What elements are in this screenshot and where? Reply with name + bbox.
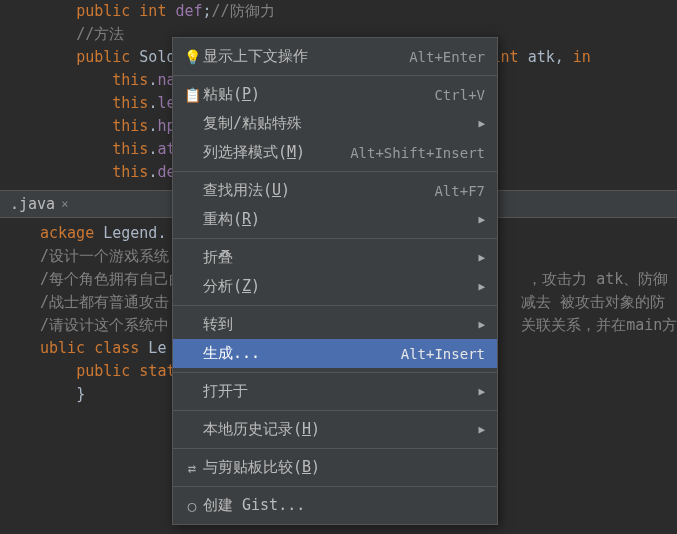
menu-separator [173,448,497,449]
menu-separator [173,410,497,411]
menu-shortcut: Ctrl+V [434,87,485,103]
menu-label: 粘贴(P) [203,85,434,104]
menu-label: 显示上下文操作 [203,47,409,66]
code-line[interactable]: public int def;//防御力 [0,0,677,23]
chevron-right-icon: ▶ [478,117,485,130]
menu-label: 列选择模式(M) [203,143,350,162]
menu-separator [173,305,497,306]
tab-label: .java [10,195,55,213]
menu-label: 转到 [203,315,472,334]
📋-icon: 📋 [181,87,203,103]
menu-shortcut: Alt+Insert [401,346,485,362]
menu-label: 查找用法(U) [203,181,434,200]
chevron-right-icon: ▶ [478,423,485,436]
menu-item[interactable]: 打开于▶ [173,377,497,406]
menu-separator [173,238,497,239]
menu-item[interactable]: 分析(Z)▶ [173,272,497,301]
file-tab[interactable]: .java × [0,195,78,213]
chevron-right-icon: ▶ [478,213,485,226]
menu-item[interactable]: 列选择模式(M)Alt+Shift+Insert [173,138,497,167]
menu-label: 打开于 [203,382,472,401]
menu-separator [173,75,497,76]
menu-label: 复制/粘贴特殊 [203,114,472,133]
menu-separator [173,171,497,172]
menu-label: 折叠 [203,248,472,267]
menu-label: 与剪贴板比较(B) [203,458,485,477]
context-menu: 💡显示上下文操作Alt+Enter📋粘贴(P)Ctrl+V复制/粘贴特殊▶列选择… [172,37,498,525]
menu-shortcut: Alt+Shift+Insert [350,145,485,161]
chevron-right-icon: ▶ [478,280,485,293]
menu-label: 本地历史记录(H) [203,420,472,439]
⇄-icon: ⇄ [181,460,203,476]
menu-item[interactable]: 查找用法(U)Alt+F7 [173,176,497,205]
menu-item[interactable]: ⇄与剪贴板比较(B) [173,453,497,482]
menu-item[interactable]: 复制/粘贴特殊▶ [173,109,497,138]
menu-separator [173,486,497,487]
chevron-right-icon: ▶ [478,251,485,264]
menu-label: 生成... [203,344,401,363]
menu-item[interactable]: 折叠▶ [173,243,497,272]
menu-item[interactable]: 转到▶ [173,310,497,339]
chevron-right-icon: ▶ [478,318,485,331]
menu-item[interactable]: 重构(R)▶ [173,205,497,234]
menu-item[interactable]: ◯创建 Gist... [173,491,497,520]
menu-item[interactable]: 💡显示上下文操作Alt+Enter [173,42,497,71]
chevron-right-icon: ▶ [478,385,485,398]
menu-label: 创建 Gist... [203,496,485,515]
menu-item[interactable]: 📋粘贴(P)Ctrl+V [173,80,497,109]
💡-icon: 💡 [181,49,203,65]
menu-separator [173,372,497,373]
menu-shortcut: Alt+Enter [409,49,485,65]
menu-shortcut: Alt+F7 [434,183,485,199]
menu-label: 分析(Z) [203,277,472,296]
menu-item[interactable]: 生成...Alt+Insert [173,339,497,368]
menu-item[interactable]: 本地历史记录(H)▶ [173,415,497,444]
close-icon[interactable]: × [61,197,68,211]
menu-label: 重构(R) [203,210,472,229]
◯-icon: ◯ [181,498,203,514]
